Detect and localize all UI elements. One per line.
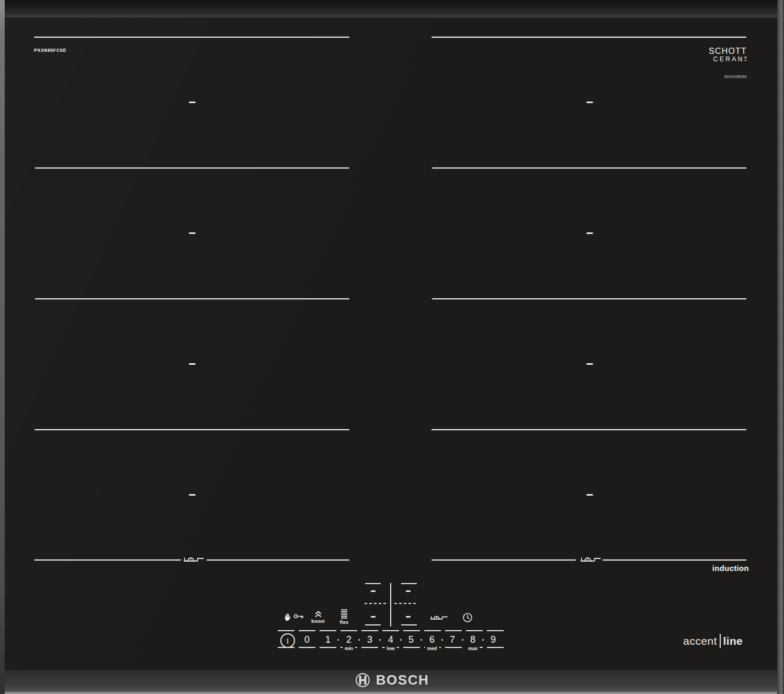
slider-number[interactable]: 9 [491, 634, 496, 645]
slider-dot [482, 639, 484, 641]
zone-select-front-right-line [401, 583, 417, 584]
accentline-logo: accent line [683, 634, 743, 648]
line-text: line [723, 635, 743, 647]
schott-text: SCHOTT [709, 47, 747, 56]
zone-select-front-left-line [365, 583, 381, 584]
zone-power-display [189, 494, 196, 496]
slider-track-top [278, 630, 504, 631]
child-lock-key[interactable] [284, 611, 304, 621]
slider-number[interactable]: 0 [304, 634, 310, 645]
bosch-armature-icon [355, 673, 370, 688]
slider-number[interactable]: 7 [450, 634, 455, 645]
slider-number[interactable]: 2 [346, 634, 351, 645]
zone-power-display [586, 363, 593, 365]
flex-zone-line [603, 559, 746, 561]
slider-number[interactable]: 6 [429, 634, 435, 645]
zone-select-display-dash [406, 590, 411, 592]
pan-symbol-icon [183, 554, 206, 564]
power-button[interactable]: I [280, 633, 295, 648]
accent-text: accent [683, 635, 717, 647]
zone-select-display-dash [371, 590, 376, 592]
timer-key[interactable] [462, 612, 473, 623]
hand-icon [284, 611, 292, 621]
frame-top [0, 0, 784, 19]
slider-label-min: min [343, 646, 355, 651]
slider-number[interactable]: 4 [388, 634, 393, 645]
zone-select-rear-right-line [401, 624, 417, 625]
zone-select-rear-left-line [365, 624, 381, 625]
zone-select-display-dash [371, 616, 376, 618]
slider-number[interactable]: 1 [325, 634, 331, 645]
slider-number[interactable]: 8 [470, 634, 475, 645]
schott-ceran-logo: SCHOTT CERAN® [709, 47, 747, 62]
ceran-text: CERAN® [709, 56, 747, 63]
zone-select-dashed-line-right [394, 603, 418, 604]
induction-label: induction [712, 564, 749, 573]
frame-edge-left [0, 0, 5, 694]
flex-zones-icon [340, 609, 348, 619]
flex-zone-line [431, 559, 576, 561]
slider-dot [421, 639, 422, 641]
zone-select-dashed-line-left [365, 603, 388, 604]
slider-label-max: max [466, 646, 480, 651]
flex-zone-line [35, 167, 349, 169]
zone-select-vertical-line [390, 583, 391, 626]
slider-label-med: med [425, 646, 439, 651]
registered-mark: ® [744, 56, 747, 61]
flex-zone-line [431, 37, 746, 38]
flex-label: flex [340, 620, 348, 625]
zone-power-display [586, 494, 593, 496]
zone-power-display [586, 232, 593, 234]
zone-power-display [189, 102, 196, 103]
slider-dot [358, 639, 360, 641]
slider-label-low: low [385, 646, 397, 651]
flex-zone-line [207, 559, 349, 561]
boost-label: boost [311, 619, 325, 624]
flex-zone-line [34, 559, 181, 561]
slider-dot [441, 639, 443, 641]
flex-zone-line [431, 429, 746, 430]
pan-symbol-icon [580, 554, 603, 564]
serial-number: 9001035050 [724, 75, 747, 79]
slider-dot [337, 639, 339, 641]
slider-dot [379, 639, 381, 641]
slider-dot [400, 639, 402, 641]
zone-power-display [586, 102, 593, 103]
flex-zone-line [432, 298, 746, 299]
zone-select-display-dash [406, 616, 411, 618]
flex-key[interactable]: flex [337, 609, 351, 625]
bosch-logo: BOSCH [0, 672, 784, 688]
bosch-wordmark: BOSCH [376, 672, 429, 688]
slider-number[interactable]: 3 [367, 634, 372, 645]
zone-power-display [189, 232, 196, 234]
glass-surface: PXX695FC5E SCHOTT CERAN® 9001035050 indu… [0, 0, 784, 694]
boost-chevrons-icon [314, 611, 322, 618]
frame-edge-right [777, 0, 784, 694]
flex-zone-line [34, 37, 349, 38]
slider-dot [462, 639, 463, 641]
pan-indicator-icon [429, 613, 449, 622]
boost-key[interactable]: boost [310, 611, 326, 624]
flex-zone-line [432, 167, 746, 169]
flex-zone-line [35, 429, 349, 430]
model-number: PXX695FC5E [34, 48, 66, 53]
accentline-divider [720, 634, 721, 648]
flex-zone-line [35, 298, 349, 299]
power-symbol: I [287, 636, 289, 645]
clock-icon [462, 612, 473, 623]
induction-hob: PXX695FC5E SCHOTT CERAN® 9001035050 indu… [0, 0, 784, 694]
slider-number[interactable]: 5 [408, 634, 414, 645]
zone-power-display [189, 363, 196, 365]
key-icon [293, 613, 304, 620]
